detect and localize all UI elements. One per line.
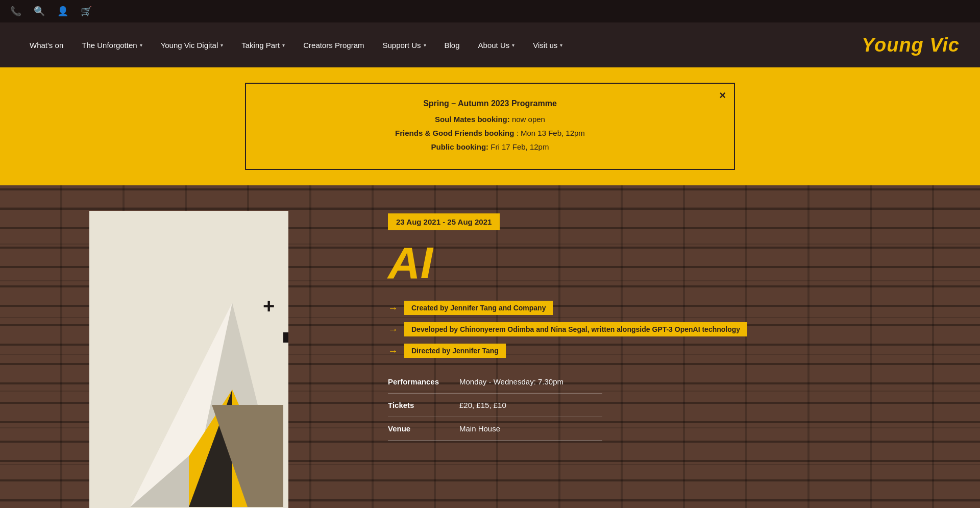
info-row-performances: Performances Monday - Wednesday: 7.30pm [388, 370, 602, 394]
chevron-down-icon: ▾ [512, 42, 514, 48]
nav-item-blog[interactable]: Blog [435, 41, 469, 50]
site-logo[interactable]: Young Vic [862, 34, 960, 56]
nav-label-digital: Young Vic Digital [161, 41, 218, 50]
date-badge: 23 Aug 2021 - 25 Aug 2021 [388, 213, 500, 230]
tag-created-by: Created by Jennifer Tang and Company [404, 301, 553, 315]
nav-label-taking-part: Taking Part [241, 41, 280, 50]
search-icon[interactable]: 🔍 [34, 6, 45, 17]
nav-item-taking-part[interactable]: Taking Part ▾ [232, 41, 294, 50]
nav-label-blog: Blog [445, 41, 460, 50]
tag-row-3: → Directed by Jennifer Tang [388, 344, 796, 358]
soul-mates-label: Soul Mates booking: [435, 115, 510, 124]
banner-line-3: Public booking: Fri 17 Feb, 12pm [277, 140, 703, 154]
show-title: AI [388, 240, 796, 285]
nav-label-about: About Us [478, 41, 510, 50]
info-row-tickets: Tickets £20, £15, £10 [388, 394, 602, 417]
soul-mates-value: now open [512, 115, 545, 124]
tickets-value: £20, £15, £10 [459, 401, 506, 409]
nav-item-digital[interactable]: Young Vic Digital ▾ [152, 41, 233, 50]
performances-label: Performances [388, 377, 449, 386]
info-row-venue: Venue Main House [388, 417, 602, 441]
venue-value: Main House [459, 424, 500, 433]
venue-label: Venue [388, 424, 449, 433]
nav-item-support[interactable]: Support Us ▾ [373, 41, 435, 50]
public-booking-label: Public booking: [431, 142, 489, 151]
svg-rect-11 [283, 332, 288, 338]
nav-item-whats-on[interactable]: What's on [20, 41, 72, 50]
cart-icon[interactable]: 🛒 [81, 6, 92, 17]
nav-label-visit: Visit us [533, 41, 557, 50]
main-nav: What's on The Unforgotten ▾ Young Vic Di… [0, 22, 980, 67]
friends-booking-value: : Mon 13 Feb, 12pm [517, 129, 585, 137]
chevron-down-icon: ▾ [424, 42, 426, 48]
hero-section: + + 23 Aug 2021 - 25 Aug 2021 AI → Creat… [0, 185, 980, 508]
chevron-down-icon: ▾ [282, 42, 285, 48]
chevron-down-icon: ▾ [220, 42, 223, 48]
phone-icon[interactable]: 📞 [10, 6, 21, 17]
hero-content: 23 Aug 2021 - 25 Aug 2021 AI → Created b… [388, 213, 796, 441]
tag-row-1: → Created by Jennifer Tang and Company [388, 301, 796, 315]
banner-line-1: Soul Mates booking: now open [277, 112, 703, 126]
arrow-icon-1: → [388, 302, 398, 314]
nav-label-creators: Creators Program [303, 41, 364, 50]
announcement-banner: × Spring – Autumn 2023 Programme Soul Ma… [0, 67, 980, 185]
nav-item-visit[interactable]: Visit us ▾ [524, 41, 572, 50]
nav-label-unforgotten: The Unforgotten [82, 41, 137, 50]
nav-label-support: Support Us [382, 41, 421, 50]
nav-links: What's on The Unforgotten ▾ Young Vic Di… [20, 41, 572, 50]
public-booking-value: Fri 17 Feb, 12pm [491, 142, 549, 151]
performances-value: Monday - Wednesday: 7.30pm [459, 377, 564, 386]
tag-developed-by: Developed by Chinonyerem Odimba and Nina… [404, 322, 747, 336]
banner-line-2: Friends & Good Friends booking : Mon 13 … [277, 126, 703, 140]
svg-text:+: + [263, 295, 275, 317]
info-table: Performances Monday - Wednesday: 7.30pm … [388, 370, 602, 441]
top-bar: 📞 🔍 👤 🛒 [0, 0, 980, 22]
tickets-label: Tickets [388, 401, 449, 409]
banner-title: Spring – Autumn 2023 Programme [277, 99, 703, 108]
show-poster: + + [89, 211, 288, 508]
tag-row-2: → Developed by Chinonyerem Odimba and Ni… [388, 322, 796, 336]
arrow-icon-3: → [388, 345, 398, 357]
banner-box: × Spring – Autumn 2023 Programme Soul Ma… [245, 83, 735, 170]
user-icon[interactable]: 👤 [57, 6, 68, 17]
tag-directed-by: Directed by Jennifer Tang [404, 344, 506, 358]
nav-item-about[interactable]: About Us ▾ [469, 41, 524, 50]
nav-item-creators[interactable]: Creators Program [294, 41, 373, 50]
nav-label-whats-on: What's on [30, 41, 63, 50]
arrow-icon-2: → [388, 324, 398, 335]
chevron-down-icon: ▾ [560, 42, 562, 48]
nav-item-unforgotten[interactable]: The Unforgotten ▾ [72, 41, 151, 50]
chevron-down-icon: ▾ [140, 42, 142, 48]
friends-booking-label: Friends & Good Friends booking [395, 129, 514, 137]
poster-image: + + [89, 211, 288, 508]
banner-close-button[interactable]: × [719, 90, 726, 101]
